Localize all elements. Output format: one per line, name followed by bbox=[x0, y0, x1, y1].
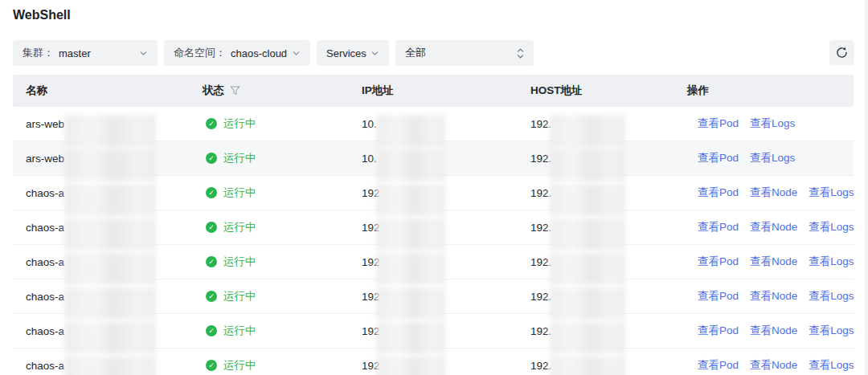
column-header-ip: IP地址 bbox=[362, 84, 530, 98]
refresh-icon bbox=[836, 47, 848, 59]
redacted-name-blur bbox=[64, 184, 156, 216]
redacted-ip-blur bbox=[376, 218, 445, 251]
host-prefix: 192. bbox=[530, 325, 551, 337]
action-link-pod[interactable]: 查看Pod bbox=[698, 185, 739, 200]
refresh-button[interactable] bbox=[829, 40, 854, 65]
redacted-host-blur bbox=[550, 357, 625, 375]
host-cell: 192. bbox=[530, 187, 687, 199]
action-link-pod[interactable]: 查看Pod bbox=[698, 220, 739, 234]
action-link-node[interactable]: 查看Node bbox=[750, 358, 797, 373]
action-link-node[interactable]: 查看Node bbox=[750, 185, 797, 200]
name-prefix: ars-web bbox=[26, 153, 64, 165]
action-link-node[interactable]: 查看Node bbox=[750, 220, 797, 234]
actions-cell: 查看Pod查看Node查看Logs bbox=[687, 220, 854, 234]
table-body: ars-web✓运行中10.192.查看Pod查看Logsars-web✓运行中… bbox=[13, 107, 854, 375]
status-cell: ✓运行中 bbox=[203, 358, 362, 373]
page-edge-strip bbox=[865, 0, 868, 375]
webshell-page: WebShell 集群： master 命名空间： chaos-cloud Se… bbox=[0, 0, 868, 375]
actions-cell: 查看Pod查看Node查看Logs bbox=[687, 324, 854, 338]
ip-cell: 192 bbox=[362, 256, 530, 268]
redacted-host-blur bbox=[550, 287, 625, 320]
host-prefix: 192. bbox=[530, 187, 551, 199]
actions-cell: 查看Pod查看Logs bbox=[687, 151, 854, 165]
actions-cell: 查看Pod查看Logs bbox=[687, 116, 854, 131]
name-prefix: chaos-a bbox=[26, 360, 64, 372]
status-text: 运行中 bbox=[223, 358, 256, 373]
action-link-node[interactable]: 查看Node bbox=[750, 324, 797, 338]
status-text: 运行中 bbox=[223, 220, 256, 234]
actions-cell: 查看Pod查看Node查看Logs bbox=[687, 185, 854, 200]
action-link-pod[interactable]: 查看Pod bbox=[698, 151, 739, 165]
action-link-logs[interactable]: 查看Logs bbox=[750, 151, 795, 165]
status-text: 运行中 bbox=[223, 151, 256, 165]
action-link-logs[interactable]: 查看Logs bbox=[750, 116, 795, 131]
actions-cell: 查看Pod查看Node查看Logs bbox=[687, 289, 854, 304]
ip-cell: 10. bbox=[362, 118, 530, 130]
host-cell: 192. bbox=[530, 360, 687, 372]
cluster-select[interactable]: 集群： master bbox=[13, 40, 158, 66]
actions-cell: 查看Pod查看Node查看Logs bbox=[687, 255, 854, 269]
redacted-ip-blur bbox=[376, 322, 445, 354]
cluster-label: 集群： bbox=[23, 46, 54, 60]
status-check-icon: ✓ bbox=[206, 325, 217, 336]
redacted-ip-blur bbox=[376, 184, 445, 216]
name-cell: ars-web bbox=[13, 118, 203, 130]
table-row: ars-web✓运行中10.192.查看Pod查看Logs bbox=[13, 107, 854, 141]
name-cell: ars-web bbox=[13, 153, 203, 165]
status-cell: ✓运行中 bbox=[203, 116, 362, 131]
services-table: 名称 状态 IP地址 HOST地址 操作 ars-web✓运行中10.192.查… bbox=[13, 75, 854, 375]
status-cell: ✓运行中 bbox=[203, 324, 362, 338]
action-link-logs[interactable]: 查看Logs bbox=[809, 220, 854, 234]
up-down-caret-icon bbox=[517, 47, 524, 59]
action-link-logs[interactable]: 查看Logs bbox=[809, 185, 854, 200]
host-prefix: 192. bbox=[530, 360, 551, 372]
action-link-pod[interactable]: 查看Pod bbox=[698, 324, 739, 338]
redacted-name-blur bbox=[64, 287, 156, 320]
filter-bar: 集群： master 命名空间： chaos-cloud Services 全部 bbox=[13, 40, 534, 66]
redacted-host-blur bbox=[550, 149, 625, 181]
action-link-node[interactable]: 查看Node bbox=[750, 289, 797, 304]
action-link-node[interactable]: 查看Node bbox=[750, 255, 797, 269]
action-link-pod[interactable]: 查看Pod bbox=[698, 255, 739, 269]
filter-funnel-icon[interactable] bbox=[230, 86, 240, 96]
redacted-host-blur bbox=[550, 115, 625, 147]
host-cell: 192. bbox=[530, 325, 687, 337]
ip-cell: 192 bbox=[362, 291, 530, 303]
name-cell: chaos-a bbox=[13, 360, 203, 372]
name-cell: chaos-a bbox=[13, 222, 203, 234]
redacted-ip-blur bbox=[376, 253, 445, 285]
action-link-pod[interactable]: 查看Pod bbox=[698, 358, 739, 373]
redacted-ip-blur bbox=[376, 115, 445, 147]
action-link-logs[interactable]: 查看Logs bbox=[809, 324, 854, 338]
action-link-logs[interactable]: 查看Logs bbox=[809, 255, 854, 269]
ip-prefix: 10. bbox=[362, 153, 377, 165]
status-text: 运行中 bbox=[223, 289, 256, 304]
redacted-ip-blur bbox=[376, 357, 445, 375]
status-check-icon: ✓ bbox=[206, 360, 217, 371]
status-text: 运行中 bbox=[223, 185, 256, 200]
status-cell: ✓运行中 bbox=[203, 289, 362, 304]
status-cell: ✓运行中 bbox=[203, 255, 362, 269]
ip-cell: 10. bbox=[362, 153, 530, 165]
status-check-icon: ✓ bbox=[206, 118, 217, 129]
action-link-pod[interactable]: 查看Pod bbox=[698, 116, 739, 131]
table-header: 名称 状态 IP地址 HOST地址 操作 bbox=[13, 75, 854, 107]
scope-select[interactable]: 全部 bbox=[395, 40, 534, 66]
action-link-pod[interactable]: 查看Pod bbox=[698, 289, 739, 304]
namespace-select[interactable]: 命名空间： chaos-cloud bbox=[164, 40, 310, 66]
chevron-down-icon bbox=[371, 49, 379, 58]
column-header-host: HOST地址 bbox=[530, 84, 687, 98]
host-prefix: 192. bbox=[530, 291, 551, 303]
resource-type-select[interactable]: Services bbox=[317, 40, 389, 66]
name-prefix: chaos-a bbox=[26, 222, 64, 234]
host-cell: 192. bbox=[530, 222, 687, 234]
action-link-logs[interactable]: 查看Logs bbox=[809, 289, 854, 304]
ip-prefix: 10. bbox=[362, 118, 377, 130]
redacted-ip-blur bbox=[376, 149, 445, 181]
status-text: 运行中 bbox=[223, 116, 256, 131]
host-cell: 192. bbox=[530, 153, 687, 165]
action-link-logs[interactable]: 查看Logs bbox=[809, 358, 854, 373]
redacted-host-blur bbox=[550, 218, 625, 251]
name-cell: chaos-a bbox=[13, 187, 203, 199]
status-text: 运行中 bbox=[223, 255, 256, 269]
